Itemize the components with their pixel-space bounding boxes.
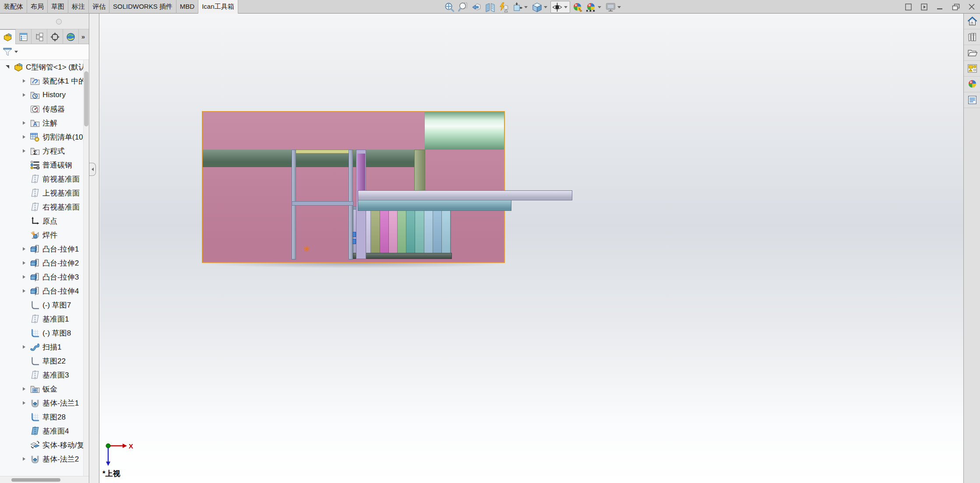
apply-scene-dropdown-arrow[interactable]	[598, 6, 601, 8]
zoom-to-fit-button[interactable]	[443, 1, 456, 13]
panel-tabs-overflow-chevron[interactable]: »	[79, 29, 88, 44]
tree-item[interactable]: 普通碳钢	[0, 158, 83, 172]
menu-tab-5[interactable]: 评估	[89, 0, 109, 14]
command-manager-collapse-handle[interactable]	[56, 19, 62, 24]
display-style-icon	[532, 2, 543, 13]
menu-tab-3[interactable]: 草图	[48, 0, 68, 14]
tree-item[interactable]: (-) 草图7	[0, 298, 83, 312]
feature-tree-filter[interactable]	[0, 44, 89, 60]
tree-expand-arrow[interactable]	[20, 273, 28, 281]
menu-tab-4[interactable]: 标注	[68, 0, 89, 14]
tree-vertical-scrollbar[interactable]	[83, 60, 89, 476]
tree-item[interactable]: 草图28	[0, 410, 83, 424]
tree-expand-arrow[interactable]	[4, 63, 11, 71]
apply-scene-button[interactable]	[585, 1, 603, 13]
tree-expand-arrow[interactable]	[20, 455, 28, 463]
tree-expand-arrow[interactable]	[20, 343, 28, 351]
panel-collapse-tab[interactable]	[89, 163, 96, 176]
tree-item[interactable]: 焊件	[0, 228, 83, 242]
tree-item[interactable]: 实体-移动/复制1	[0, 438, 83, 452]
tree-item[interactable]: 草图22	[0, 354, 83, 368]
tree-item[interactable]: 基准面1	[0, 312, 83, 326]
panel-tab-displaymanager[interactable]	[63, 29, 79, 44]
taskpane-file-explorer-button[interactable]	[964, 45, 980, 61]
taskpane-home-button[interactable]	[964, 14, 980, 29]
restore-button[interactable]	[949, 1, 962, 12]
view-orientation-dropdown-arrow[interactable]	[524, 6, 528, 8]
tree-expand-arrow[interactable]	[20, 133, 28, 141]
zoom-to-area-button[interactable]	[457, 1, 469, 13]
pane-left-button[interactable]	[902, 1, 915, 12]
filter-dropdown-arrow[interactable]	[14, 51, 18, 53]
tree-item[interactable]: 基准面3	[0, 368, 83, 382]
tree-expand-arrow[interactable]	[20, 385, 28, 393]
panel-tab-configurationmanager[interactable]	[32, 29, 47, 44]
tree-item[interactable]: 基体-法兰2	[0, 452, 83, 466]
view-settings-dropdown-arrow[interactable]	[617, 6, 621, 8]
panel-tab-featuremanager[interactable]	[0, 29, 16, 44]
taskpane-custom-properties-button[interactable]	[964, 92, 980, 108]
minimize-button[interactable]	[934, 1, 947, 12]
tree-item[interactable]: 凸台-拉伸3	[0, 270, 83, 284]
tree-item[interactable]: 凸台-拉伸1	[0, 242, 83, 256]
tree-item[interactable]: 传感器	[0, 102, 83, 116]
tree-expand-arrow[interactable]	[20, 287, 28, 295]
tree-item[interactable]: 基体-法兰1	[0, 396, 83, 410]
tree-expand-arrow[interactable]	[20, 399, 28, 407]
tree-item-label: (-) 草图8	[42, 328, 71, 338]
tree-spacer	[20, 371, 28, 379]
panel-tab-dimxpertmanager[interactable]	[47, 29, 63, 44]
boss-extrude-icon	[30, 244, 40, 254]
menu-tab-6[interactable]: SOLIDWORKS 插件	[109, 0, 176, 14]
tree-item[interactable]: 右视基准面	[0, 200, 83, 214]
tree-item[interactable]: 钣金	[0, 382, 83, 396]
tree-vertical-scrollbar-thumb[interactable]	[84, 71, 88, 126]
restore-icon	[951, 3, 961, 11]
close-button[interactable]	[965, 1, 978, 12]
taskpane-appearances-button[interactable]	[964, 77, 980, 92]
viewport-canvas[interactable]: X *上视	[100, 14, 963, 483]
tree-item[interactable]: 凸台-拉伸2	[0, 256, 83, 270]
menu-tab-2[interactable]: 布局	[27, 0, 48, 14]
tree-item[interactable]: 扫描1	[0, 340, 83, 354]
panel-tab-propertymanager[interactable]	[16, 29, 32, 44]
hide-show-items-dropdown-arrow[interactable]	[564, 6, 568, 8]
tree-item[interactable]: Σ方程式	[0, 144, 83, 158]
view-settings-button[interactable]	[604, 1, 623, 13]
tree-horizontal-scrollbar-thumb[interactable]	[11, 478, 60, 482]
cad-model[interactable]	[202, 111, 505, 263]
tree-item[interactable]: C型钢管<1> (默认<按加	[0, 60, 83, 74]
tree-item[interactable]: 切割清单(10)	[0, 130, 83, 144]
previous-view-button[interactable]	[470, 1, 483, 13]
taskpane-design-library-button[interactable]	[964, 29, 980, 45]
menu-tab-1[interactable]: 装配体	[0, 0, 27, 14]
menu-tab-8[interactable]: Ican工具箱	[198, 0, 238, 14]
tree-expand-arrow[interactable]	[20, 147, 28, 155]
tree-item[interactable]: 凸台-拉伸4	[0, 284, 83, 298]
tree-item[interactable]: 装配体1 中的配合	[0, 74, 83, 88]
tree-item[interactable]: (-) 草图8	[0, 326, 83, 340]
tree-item[interactable]: History	[0, 88, 83, 102]
tree-expand-arrow[interactable]	[20, 77, 28, 85]
tree-expand-arrow[interactable]	[20, 245, 28, 253]
edit-appearance-button[interactable]	[571, 1, 584, 13]
hide-show-items-button[interactable]	[550, 1, 570, 13]
tree-expand-arrow[interactable]	[20, 119, 28, 127]
tree-expand-arrow[interactable]	[20, 91, 28, 99]
taskpane-view-palette-button[interactable]	[964, 61, 980, 77]
display-style-dropdown-arrow[interactable]	[544, 6, 547, 8]
tree-item[interactable]: 上视基准面	[0, 186, 83, 200]
tree-item[interactable]: 基准面4	[0, 424, 83, 438]
tree-item[interactable]: 原点	[0, 214, 83, 228]
display-style-button[interactable]	[531, 1, 550, 13]
tree-horizontal-scrollbar[interactable]	[0, 476, 89, 483]
tree-item-label: 切割清单(10)	[42, 132, 83, 142]
tree-item[interactable]: 前视基准面	[0, 172, 83, 186]
dynamic-annotation-view-button[interactable]	[497, 1, 510, 13]
tree-expand-arrow[interactable]	[20, 259, 28, 267]
pane-right-button[interactable]	[918, 1, 931, 12]
view-orientation-button[interactable]	[511, 1, 530, 13]
tree-item[interactable]: A注解	[0, 116, 83, 130]
section-view-button[interactable]	[484, 1, 497, 13]
menu-tab-7[interactable]: MBD	[176, 0, 198, 14]
